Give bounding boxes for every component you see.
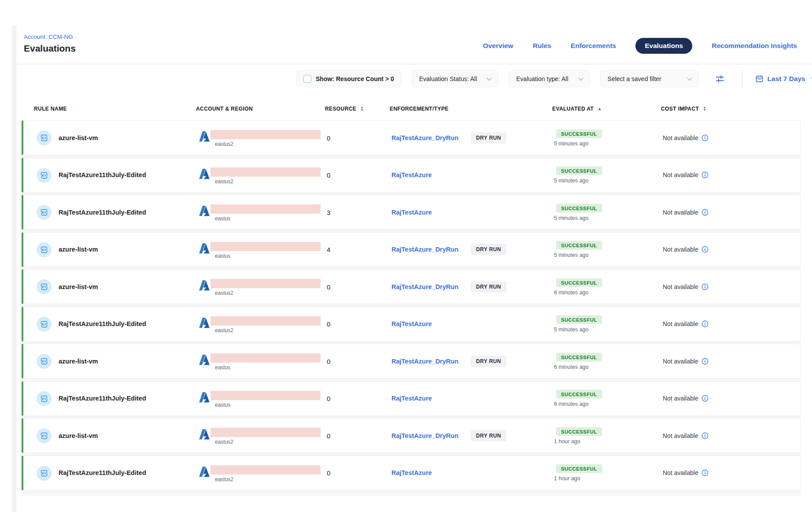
enforcement-link[interactable]: RajTestAzure: [391, 320, 432, 327]
col-rule-name: RULE NAME: [34, 106, 67, 112]
tab-enforcements[interactable]: Enforcements: [571, 42, 616, 50]
rule-avatar: [37, 317, 52, 332]
rule-name: RajTestAzure11thJuly-Edited: [59, 171, 146, 178]
evaluated-time: 5 minutes ago: [554, 215, 589, 221]
region-label: eastus: [215, 364, 230, 371]
azure-logo-icon: [198, 279, 210, 293]
rule-name: azure-list-vm: [59, 358, 98, 365]
date-range-picker[interactable]: Last 7 Days: [755, 74, 812, 83]
rule-avatar: [37, 168, 52, 183]
enforcement-link[interactable]: RajTestAzure_DryRun: [391, 134, 458, 141]
info-icon[interactable]: [701, 283, 709, 290]
cost-impact-value: Not available: [663, 246, 698, 253]
status-badge: SUCCESSFUL: [556, 427, 602, 436]
enforcement-link[interactable]: RajTestAzure: [391, 209, 432, 216]
info-icon[interactable]: [701, 395, 709, 402]
status-badge: SUCCESSFUL: [556, 464, 602, 473]
region-label: eastus: [215, 215, 230, 222]
evaluated-time: 5 minutes ago: [554, 326, 589, 333]
info-icon[interactable]: [701, 320, 709, 327]
table-row[interactable]: azure-list-vm eastus 4 RajTestAzure_DryR…: [22, 232, 801, 267]
enforcement-link[interactable]: RajTestAzure_DryRun: [391, 283, 458, 290]
resource-count: 0: [327, 469, 330, 477]
tab-recommendation-insights[interactable]: Recommendation Insights: [712, 42, 797, 50]
cost-impact-value: Not available: [663, 358, 698, 365]
rule-script-icon: [40, 246, 48, 254]
azure-logo-icon: [198, 205, 210, 219]
table-row[interactable]: RajTestAzure11thJuly-Edited eastus 3 Raj…: [22, 195, 801, 230]
table-row[interactable]: azure-list-vm eastus2 0 RajTestAzure_Dry…: [22, 269, 801, 304]
date-range-label: Last 7 Days: [768, 75, 805, 83]
enforcement-link[interactable]: RajTestAzure_DryRun: [391, 358, 458, 365]
account-name-redacted: [210, 465, 321, 475]
resource-count-label: Show: Resource Count > 0: [316, 75, 394, 82]
account-breadcrumb[interactable]: Account: CCM-NG: [24, 33, 73, 40]
sort-icon[interactable]: ▲▼: [703, 106, 706, 111]
evaluated-time: 6 minutes ago: [554, 289, 589, 295]
table-row[interactable]: RajTestAzure11thJuly-Edited eastus2 0 Ra…: [22, 158, 801, 193]
rule-script-icon: [40, 320, 48, 328]
cost-impact-value: Not available: [663, 171, 698, 178]
rule-script-icon: [40, 208, 48, 216]
info-icon[interactable]: [701, 246, 709, 253]
account-name-redacted: [210, 391, 321, 400]
info-icon[interactable]: [701, 432, 709, 439]
status-badge: SUCCESSFUL: [556, 167, 602, 175]
azure-logo-icon: [198, 242, 210, 256]
evaluations-table: azure-list-vm eastus2 0 RajTestAzure_Dry…: [22, 120, 801, 496]
rule-avatar: [37, 242, 52, 257]
resource-count: 0: [327, 432, 330, 439]
rule-name: RajTestAzure11thJuly-Edited: [59, 395, 146, 402]
rule-name: azure-list-vm: [59, 283, 98, 290]
enforcement-link[interactable]: RajTestAzure_DryRun: [391, 246, 458, 253]
rule-script-icon: [40, 134, 48, 142]
azure-logo-icon: [198, 354, 210, 367]
enforcement-link[interactable]: RajTestAzure: [391, 395, 432, 402]
saved-filter-select[interactable]: Select a saved filter: [600, 70, 699, 87]
tab-overview[interactable]: Overview: [483, 42, 513, 50]
region-label: eastus2: [215, 439, 233, 445]
filter-sliders-icon[interactable]: [715, 74, 725, 84]
dry-run-badge: DRY RUN: [471, 132, 506, 144]
info-icon[interactable]: [701, 358, 709, 365]
resource-count-checkbox[interactable]: [303, 75, 311, 83]
info-icon[interactable]: [701, 469, 709, 476]
cost-impact-value: Not available: [663, 320, 698, 327]
cost-impact-value: Not available: [663, 134, 698, 141]
table-row[interactable]: azure-list-vm eastus 0 RajTestAzure_DryR…: [22, 344, 801, 378]
table-row[interactable]: azure-list-vm eastus2 0 RajTestAzure_Dry…: [22, 418, 801, 453]
enforcement-link[interactable]: RajTestAzure: [391, 171, 432, 178]
resource-count-filter[interactable]: Show: Resource Count > 0: [296, 70, 402, 87]
evaluation-status-select[interactable]: Evaluation Status: All: [412, 70, 499, 87]
enforcement-link[interactable]: RajTestAzure: [391, 469, 432, 476]
account-name-redacted: [210, 130, 321, 139]
info-icon[interactable]: [701, 171, 709, 178]
account-name-redacted: [210, 428, 321, 437]
rule-name: RajTestAzure11thJuly-Edited: [59, 469, 146, 476]
status-badge: SUCCESSFUL: [556, 390, 602, 399]
azure-logo-icon: [198, 317, 210, 330]
rule-name: azure-list-vm: [59, 134, 98, 141]
cost-impact-value: Not available: [663, 395, 698, 402]
vertical-divider: [742, 70, 742, 88]
account-name-redacted: [210, 353, 321, 363]
tab-evaluations[interactable]: Evaluations: [635, 38, 692, 54]
sort-asc-icon[interactable]: ▲: [598, 107, 602, 111]
info-icon[interactable]: [701, 134, 709, 141]
evaluated-time: 5 minutes ago: [554, 252, 589, 258]
table-row[interactable]: RajTestAzure11thJuly-Edited eastus2 0 Ra…: [22, 307, 801, 341]
sort-icon[interactable]: ▲▼: [360, 106, 364, 111]
dry-run-badge: DRY RUN: [471, 281, 506, 293]
evaluation-type-select[interactable]: Evaluation type: All: [509, 70, 590, 87]
rule-script-icon: [40, 469, 48, 477]
table-row[interactable]: azure-list-vm eastus2 0 RajTestAzure_Dry…: [22, 120, 801, 155]
table-row[interactable]: RajTestAzure11thJuly-Edited eastus2 0 Ra…: [22, 456, 801, 490]
resource-count: 0: [327, 357, 330, 365]
chevron-down-icon: [578, 75, 583, 80]
tab-rules[interactable]: Rules: [533, 42, 551, 50]
table-row[interactable]: RajTestAzure11thJuly-Edited eastus 0 Raj…: [22, 381, 801, 416]
status-badge: SUCCESSFUL: [556, 352, 602, 361]
info-icon[interactable]: [701, 209, 709, 216]
enforcement-link[interactable]: RajTestAzure_DryRun: [391, 432, 458, 439]
region-label: eastus2: [215, 178, 233, 185]
